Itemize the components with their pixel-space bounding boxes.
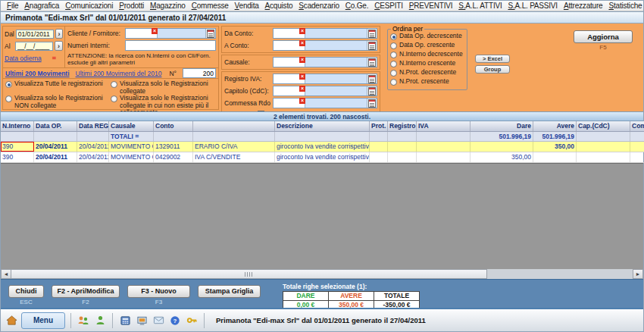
scrollbar-track[interactable]	[487, 269, 633, 279]
chiudi-button[interactable]: Chiudi	[8, 285, 44, 298]
clear-icon[interactable]: ×	[152, 28, 158, 34]
menu-cespiti[interactable]: CESPITI	[371, 2, 406, 10]
lookup-icon[interactable]	[367, 74, 377, 83]
users-icon[interactable]	[77, 314, 90, 327]
aggiorna-button[interactable]: Aggiorna	[574, 30, 633, 43]
capitolo-cdc-label: Capitolo (CdC):	[224, 87, 273, 95]
capitolo-cdc-combo[interactable]: ×	[273, 86, 377, 96]
user-icon[interactable]	[93, 314, 107, 327]
col-registro[interactable]: Registro	[388, 121, 417, 131]
menu-preventivi[interactable]: PREVENTIVI	[406, 2, 455, 10]
registro-iva-combo[interactable]: ×	[273, 74, 377, 84]
menu-acquisto[interactable]: Acquisto	[262, 2, 296, 10]
col-dare[interactable]: Dare	[470, 121, 533, 131]
menu-sal-passivi[interactable]: S.A.L. PASSIVI	[505, 2, 561, 10]
taskbar-status-text: Primanota "Edi-max Srl" dal 01/01/2011 g…	[216, 316, 426, 324]
lookup-icon[interactable]	[367, 29, 377, 38]
excel-button[interactable]: > Excel	[475, 55, 510, 63]
scroll-left-arrow[interactable]: ◄	[1, 269, 11, 279]
ordina-per-legend: Ordina per	[391, 25, 424, 33]
da-conto-label: Da Conto:	[224, 30, 273, 37]
menu-file[interactable]: File	[4, 2, 21, 10]
col-descrizione[interactable]: Descrizione	[275, 121, 370, 131]
calculator-icon[interactable]	[118, 314, 132, 327]
col-causale[interactable]: Causale	[109, 121, 154, 131]
menu-sal-attivi[interactable]: S.A.L. ATTIVI	[455, 2, 505, 10]
lookup-icon[interactable]	[205, 29, 215, 38]
lookup-icon[interactable]	[367, 86, 377, 96]
lookup-icon[interactable]	[367, 58, 377, 67]
col-commessa[interactable]: Com	[630, 121, 644, 131]
lookup-icon[interactable]	[367, 41, 377, 50]
radio-ninterno-crescente[interactable]: N.Interno crescente	[390, 60, 464, 67]
col-avere[interactable]: Avere	[533, 121, 577, 131]
da-conto-combo[interactable]: ×	[273, 28, 377, 39]
grid-header-row: N.Interno Data OP. Data REG. Causale Con…	[1, 121, 644, 132]
radio-solo-collegate[interactable]: Visualizza solo le Registrazioni collega…	[111, 80, 216, 95]
col-ninterno[interactable]: N.Interno	[1, 121, 34, 131]
a-conto-combo[interactable]: ×	[273, 40, 377, 51]
monitor-icon[interactable]	[135, 314, 148, 327]
causale-combo[interactable]: ×	[273, 57, 377, 67]
menu-vendita[interactable]: Vendita	[232, 2, 262, 10]
ultimi-200-link[interactable]: Ultimi 200 Movimenti	[5, 70, 70, 77]
col-data-op[interactable]: Data OP.	[34, 121, 77, 131]
clear-icon[interactable]: ×	[299, 86, 305, 92]
col-prot[interactable]: Prot.	[370, 121, 388, 131]
separator	[204, 313, 205, 328]
n-movimenti-input[interactable]	[183, 68, 216, 78]
group-button[interactable]: Group	[475, 65, 510, 74]
col-data-reg[interactable]: Data REG.	[77, 121, 109, 131]
scroll-right-arrow[interactable]: ►	[633, 269, 643, 279]
scrollbar-thumb[interactable]	[11, 269, 487, 279]
mail-icon[interactable]	[152, 314, 165, 327]
menu-commesse[interactable]: Commesse	[189, 2, 232, 10]
menu-magazzino[interactable]: Magazzino	[147, 2, 189, 10]
clear-icon[interactable]: ×	[299, 40, 305, 46]
table-row[interactable]: 390 20/04/2011 20/04/2011 MOVIMENTO G...…	[1, 152, 644, 163]
radio-ninterno-decrescente[interactable]: N.Interno decrescente	[390, 51, 464, 58]
radio-visualizza-tutte[interactable]: Visualizza Tutte le registrazioni	[5, 80, 108, 95]
cliente-fornitore-combo[interactable]: ×	[125, 28, 216, 39]
help-icon[interactable]: ?	[168, 314, 182, 327]
stampa-griglia-button[interactable]: Stampa Griglia	[198, 285, 261, 298]
numeri-interni-input[interactable]	[125, 40, 216, 51]
menu-anagrafica[interactable]: Anagrafica	[21, 2, 62, 10]
col-conto[interactable]: Conto	[154, 121, 193, 131]
nuovo-button[interactable]: F3 - Nuovo	[127, 285, 190, 298]
radio-data-op-decrescente[interactable]: Data Op. decrescente	[390, 33, 464, 40]
col-iva[interactable]: IVA	[417, 121, 470, 131]
clear-icon[interactable]: ×	[299, 98, 305, 104]
data-odierna-link[interactable]: Data odierna	[5, 55, 42, 62]
dal-picker-button[interactable]: ›	[55, 29, 63, 39]
menu-comunicazioni[interactable]: Comunicazioni	[62, 2, 116, 10]
lookup-icon[interactable]	[367, 99, 377, 108]
clear-icon[interactable]: ×	[299, 74, 305, 80]
cliente-code-input[interactable]: ×	[126, 29, 158, 38]
horizontal-scrollbar[interactable]: ◄ ►	[1, 269, 643, 279]
radio-data-op-crescente[interactable]: Data Op. crescente	[390, 42, 464, 49]
key-icon[interactable]	[185, 314, 199, 327]
movements-grid: N.Interno Data OP. Data REG. Causale Con…	[1, 121, 643, 163]
al-picker-button[interactable]: ›	[55, 41, 63, 51]
menu-statistiche[interactable]: Statistiche	[605, 2, 644, 10]
dal-date-input[interactable]	[16, 30, 54, 39]
home-icon[interactable]	[5, 314, 18, 327]
apri-modifica-button[interactable]: F2 - Apri/Modifica	[52, 285, 120, 298]
col-conto-nome[interactable]	[193, 121, 275, 131]
radio-nprot-crescente[interactable]: N.Prot. crescente	[390, 78, 464, 86]
clear-icon[interactable]: ×	[299, 57, 305, 63]
ultimi-200-2010-link[interactable]: Ultimi 200 Movimenti del 2010	[76, 70, 162, 77]
radio-nprot-decrescente[interactable]: N.Prot. decrescente	[390, 69, 464, 77]
commessa-rdo-combo[interactable]: ×	[273, 98, 377, 108]
menu-button[interactable]: Menu	[21, 312, 65, 329]
menu-prodotti[interactable]: Prodotti	[116, 2, 147, 10]
table-row[interactable]: 390 20/04/2011 20/04/2011 MOVIMENTO G...…	[1, 142, 644, 152]
dare-header: DARE	[283, 292, 329, 301]
clear-icon[interactable]: ×	[299, 28, 305, 34]
menu-coge[interactable]: Co.Ge.	[342, 2, 372, 10]
menu-scadenzario[interactable]: Scadenzario	[295, 2, 342, 10]
al-date-input[interactable]	[15, 42, 53, 51]
col-cap-cdc[interactable]: Cap.(CdC)	[577, 121, 630, 131]
menu-attrezzature[interactable]: Attrezzature	[561, 2, 606, 10]
